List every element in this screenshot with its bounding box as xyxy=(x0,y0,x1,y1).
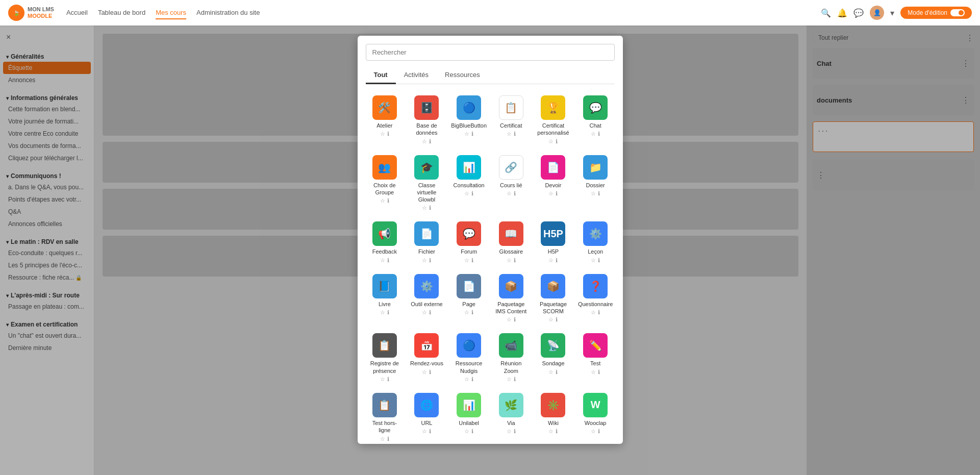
bell-icon[interactable]: 🔔 xyxy=(837,8,847,18)
star-icon-1[interactable]: ☆ xyxy=(422,138,427,145)
info-icon-11[interactable]: ℹ xyxy=(598,190,600,197)
activity-item-questionnaire[interactable]: ❓Questionnaire☆ℹ xyxy=(576,271,615,327)
star-icon-27[interactable]: ☆ xyxy=(507,376,512,383)
star-icon-29[interactable]: ☆ xyxy=(591,369,596,376)
info-icon-5[interactable]: ℹ xyxy=(598,131,600,137)
nav-tableau[interactable]: Tableau de bord xyxy=(98,7,145,19)
activity-item-livre[interactable]: 📘Livre☆ℹ xyxy=(366,271,404,327)
star-icon-14[interactable]: ☆ xyxy=(464,257,469,264)
activity-item-forum[interactable]: 💬Forum☆ℹ xyxy=(450,218,488,266)
star-icon-15[interactable]: ☆ xyxy=(507,257,512,264)
info-icon-4[interactable]: ℹ xyxy=(556,138,558,145)
tab-activites[interactable]: Activités xyxy=(396,67,437,84)
tab-tout[interactable]: Tout xyxy=(366,67,396,84)
star-icon-16[interactable]: ☆ xyxy=(548,257,554,264)
star-icon-10[interactable]: ☆ xyxy=(548,190,554,197)
activity-item-outil-externe[interactable]: ⚙️Outil externe☆ℹ xyxy=(408,271,446,327)
star-icon-0[interactable]: ☆ xyxy=(380,131,385,137)
info-icon-6[interactable]: ℹ xyxy=(387,197,389,204)
activity-item-glossaire[interactable]: 📖Glossaire☆ℹ xyxy=(492,218,530,266)
info-icon-8[interactable]: ℹ xyxy=(471,190,473,197)
info-icon-31[interactable]: ℹ xyxy=(429,428,431,435)
tab-ressources[interactable]: Ressources xyxy=(437,67,488,84)
info-icon-0[interactable]: ℹ xyxy=(387,131,389,137)
info-icon-12[interactable]: ℹ xyxy=(387,257,389,264)
info-icon-13[interactable]: ℹ xyxy=(429,257,431,264)
star-icon-33[interactable]: ☆ xyxy=(507,428,512,435)
info-icon-33[interactable]: ℹ xyxy=(514,428,516,435)
activity-item-chat[interactable]: 💬Chat☆ℹ xyxy=(576,92,615,148)
activity-item-paquetage-ims-content[interactable]: 📦Paquetage IMS Content☆ℹ xyxy=(492,271,530,327)
activity-item-registre-de-présence[interactable]: 📋Registre de présence☆ℹ xyxy=(366,330,404,386)
info-icon-29[interactable]: ℹ xyxy=(598,369,600,376)
activity-item-cours-lié[interactable]: 🔗Cours lié☆ℹ xyxy=(492,152,530,215)
info-icon-32[interactable]: ℹ xyxy=(471,428,473,435)
activity-item-wiki[interactable]: ✳️Wiki☆ℹ xyxy=(534,390,572,444)
star-icon-23[interactable]: ☆ xyxy=(591,309,596,316)
star-icon-30[interactable]: ☆ xyxy=(380,436,385,442)
star-icon-24[interactable]: ☆ xyxy=(380,376,385,383)
star-icon-11[interactable]: ☆ xyxy=(591,190,596,197)
star-icon-22[interactable]: ☆ xyxy=(548,316,554,323)
info-icon-14[interactable]: ℹ xyxy=(471,257,473,264)
info-icon-2[interactable]: ℹ xyxy=(471,131,473,137)
edit-mode-toggle[interactable] xyxy=(950,9,965,16)
activity-item-test-hors-ligne[interactable]: 📋Test hors-ligne☆ℹ xyxy=(366,390,404,444)
info-icon-10[interactable]: ℹ xyxy=(556,190,558,197)
info-icon-34[interactable]: ℹ xyxy=(556,428,558,435)
star-icon-7[interactable]: ☆ xyxy=(422,205,427,211)
activity-item-dossier[interactable]: 📁Dossier☆ℹ xyxy=(576,152,615,215)
info-icon-23[interactable]: ℹ xyxy=(598,309,600,316)
info-icon-9[interactable]: ℹ xyxy=(514,190,516,197)
search-icon[interactable]: 🔍 xyxy=(821,8,831,18)
star-icon-18[interactable]: ☆ xyxy=(380,309,385,316)
star-icon-8[interactable]: ☆ xyxy=(464,190,469,197)
star-icon-31[interactable]: ☆ xyxy=(422,428,427,435)
activity-item-leçon[interactable]: ⚙️Leçon☆ℹ xyxy=(576,218,615,266)
star-icon-20[interactable]: ☆ xyxy=(464,309,469,316)
nav-admin[interactable]: Administration du site xyxy=(196,7,260,19)
star-icon-12[interactable]: ☆ xyxy=(380,257,385,264)
avatar[interactable]: 👤 xyxy=(870,6,884,20)
star-icon-6[interactable]: ☆ xyxy=(380,197,385,204)
info-icon-35[interactable]: ℹ xyxy=(598,428,600,435)
info-icon-25[interactable]: ℹ xyxy=(429,369,431,376)
activity-item-test[interactable]: ✏️Test☆ℹ xyxy=(576,330,615,386)
info-icon-16[interactable]: ℹ xyxy=(556,257,558,264)
nav-accueil[interactable]: Accueil xyxy=(66,7,88,19)
star-icon-2[interactable]: ☆ xyxy=(464,131,469,137)
star-icon-17[interactable]: ☆ xyxy=(591,257,596,264)
activity-item-bigbluebutton[interactable]: 🔵BigBlueButton☆ℹ xyxy=(450,92,488,148)
star-icon-26[interactable]: ☆ xyxy=(464,376,469,383)
edit-mode-button[interactable]: Mode d'édition xyxy=(900,7,972,19)
info-icon-30[interactable]: ℹ xyxy=(387,436,389,442)
activity-item-feedback[interactable]: 📢Feedback☆ℹ xyxy=(366,218,404,266)
star-icon-21[interactable]: ☆ xyxy=(507,316,512,323)
activity-item-unilabel[interactable]: 📊Unilabel☆ℹ xyxy=(450,390,488,444)
info-icon-15[interactable]: ℹ xyxy=(514,257,516,264)
star-icon-35[interactable]: ☆ xyxy=(591,428,596,435)
activity-item-atelier[interactable]: 🛠️Atelier☆ℹ xyxy=(366,92,404,148)
activity-item-h5p[interactable]: H5PH5P☆ℹ xyxy=(534,218,572,266)
info-icon-21[interactable]: ℹ xyxy=(514,316,516,323)
info-icon-26[interactable]: ℹ xyxy=(471,376,473,383)
star-icon-9[interactable]: ☆ xyxy=(507,190,512,197)
activity-item-paquetage-scorm[interactable]: 📦Paquetage SCORM☆ℹ xyxy=(534,271,572,327)
activity-item-choix-de-groupe[interactable]: 👥Choix de Groupe☆ℹ xyxy=(366,152,404,215)
star-icon-13[interactable]: ☆ xyxy=(422,257,427,264)
info-icon-24[interactable]: ℹ xyxy=(387,376,389,383)
activity-item-url[interactable]: 🌐URL☆ℹ xyxy=(408,390,446,444)
activity-item-réunion-zoom[interactable]: 📹Réunion Zoom☆ℹ xyxy=(492,330,530,386)
activity-item-ressource-nudgis[interactable]: 🔵Ressource Nudgis☆ℹ xyxy=(450,330,488,386)
activity-item-certificat-personnalisé[interactable]: 🏆Certificat personnalisé☆ℹ xyxy=(534,92,572,148)
activity-item-base-de-données[interactable]: 🗄️Base de données☆ℹ xyxy=(408,92,446,148)
activity-item-fichier[interactable]: 📄Fichier☆ℹ xyxy=(408,218,446,266)
star-icon-5[interactable]: ☆ xyxy=(591,131,596,137)
activity-item-consultation[interactable]: 📊Consultation☆ℹ xyxy=(450,152,488,215)
activity-item-wooclap[interactable]: WWooclap☆ℹ xyxy=(576,390,615,444)
star-icon-34[interactable]: ☆ xyxy=(548,428,554,435)
info-icon-27[interactable]: ℹ xyxy=(514,376,516,383)
info-icon-18[interactable]: ℹ xyxy=(387,309,389,316)
info-icon-28[interactable]: ℹ xyxy=(556,369,558,376)
info-icon-19[interactable]: ℹ xyxy=(429,309,431,316)
